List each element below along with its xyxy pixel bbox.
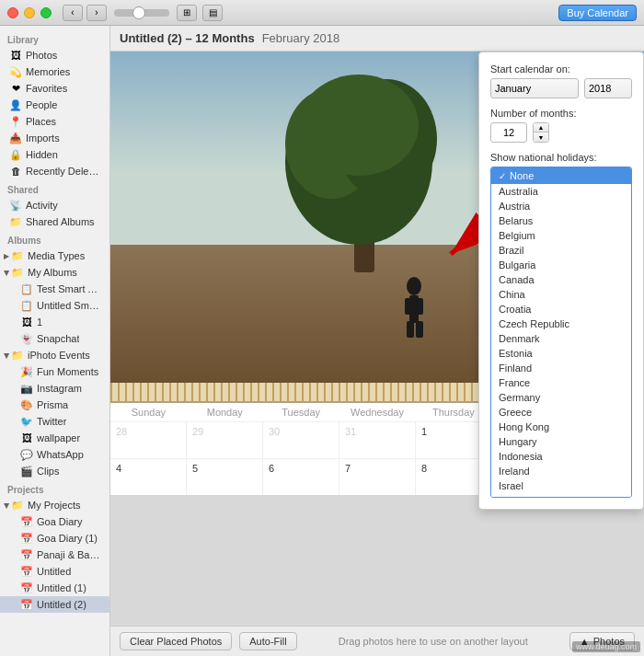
close-button[interactable] xyxy=(7,7,18,18)
fun-moments-icon: 🎉 xyxy=(20,365,33,378)
holiday-item-france[interactable]: France xyxy=(491,375,631,390)
holiday-item-australia[interactable]: Australia xyxy=(491,184,631,199)
sidebar-item-whatsapp[interactable]: 💬 WhatsApp xyxy=(0,446,109,463)
sidebar-item-test-smart[interactable]: 📋 Test Smart A... xyxy=(0,281,109,297)
sidebar-item-goa-diary-1[interactable]: 📅 Goa Diary (1) xyxy=(0,530,109,547)
panel-toggle-icon[interactable]: ▤ xyxy=(202,5,223,21)
sidebar-item-prisma[interactable]: 🎨 Prisma xyxy=(0,397,109,413)
cell-28: 28 xyxy=(110,422,187,458)
holiday-item-czech-republic[interactable]: Czech Republic xyxy=(491,316,631,331)
goa-diary-1-label: Goa Diary (1) xyxy=(37,533,98,544)
sidebar-item-favorites[interactable]: ❤ Favorites xyxy=(2,80,108,97)
day-header-sunday: Sunday xyxy=(110,407,187,418)
sidebar-group-my-projects[interactable]: ▶ 📁 My Projects xyxy=(0,497,109,513)
sidebar: Library 🖼 Photos 💫 Memories ❤ Favorites … xyxy=(0,26,110,656)
sidebar-item-untitled-2[interactable]: 📅 Untitled (2) xyxy=(0,596,109,613)
sidebar-item-photos[interactable]: 🖼 Photos xyxy=(2,47,108,63)
months-stepper-up[interactable]: ▲ xyxy=(534,123,548,132)
months-input[interactable] xyxy=(490,122,527,143)
clear-placed-photos-button[interactable]: Clear Placed Photos xyxy=(120,632,232,650)
holiday-item-china[interactable]: China xyxy=(491,287,631,302)
nav-buttons: ‹ › xyxy=(63,5,107,21)
sidebar-item-fun-moments[interactable]: 🎉 Fun Moments xyxy=(0,363,109,380)
cell-7: 7 xyxy=(339,459,416,495)
sidebar-item-activity[interactable]: 📡 Activity xyxy=(2,197,108,213)
year-select[interactable]: 2018 2019 xyxy=(584,78,632,98)
sidebar-group-my-albums[interactable]: ▶ 📁 My Albums xyxy=(0,264,109,281)
test-smart-label: Test Smart A... xyxy=(37,283,102,294)
sidebar-item-people[interactable]: 👤 People xyxy=(2,97,108,113)
goa-diary-1-icon: 📅 xyxy=(20,532,33,545)
sidebar-group-media-types[interactable]: ▶ 📁 Media Types xyxy=(0,247,109,264)
instagram-label: Instagram xyxy=(37,383,82,394)
sidebar-item-snapchat[interactable]: 👻 Snapchat xyxy=(0,330,109,347)
forward-button[interactable]: › xyxy=(86,5,107,21)
sidebar-item-recently-deleted[interactable]: 🗑 Recently Deleted xyxy=(2,163,108,179)
iphoto-arrow: ▶ xyxy=(3,352,11,358)
holiday-item-israel[interactable]: Israel xyxy=(491,478,631,493)
sidebar-item-untitled-1[interactable]: 📅 Untitled (1) xyxy=(0,580,109,596)
zoom-thumb[interactable] xyxy=(132,6,145,19)
holidays-selected-item[interactable]: ✓ None xyxy=(491,167,631,184)
holiday-item-finland[interactable]: Finland xyxy=(491,361,631,375)
holiday-item-indonesia[interactable]: Indonesia xyxy=(491,449,631,464)
sidebar-item-places[interactable]: 📍 Places xyxy=(2,113,108,130)
grid-view-icon[interactable]: ⊞ xyxy=(177,5,197,21)
buy-calendar-button[interactable]: Buy Calendar xyxy=(558,5,637,21)
people-icon: 👤 xyxy=(9,98,22,111)
app-body: Library 🖼 Photos 💫 Memories ❤ Favorites … xyxy=(0,26,644,656)
months-stepper-down[interactable]: ▼ xyxy=(534,132,548,142)
sidebar-item-instagram[interactable]: 📷 Instagram xyxy=(0,380,109,397)
auto-fill-button[interactable]: Auto-Fill xyxy=(239,632,296,650)
holiday-item-austria[interactable]: Austria xyxy=(491,199,631,213)
sidebar-item-imports-label: Imports xyxy=(26,132,60,144)
months-stepper[interactable]: ▲ ▼ xyxy=(533,122,549,143)
holiday-item-estonia[interactable]: Estonia xyxy=(491,346,631,361)
holiday-item-ireland[interactable]: Ireland xyxy=(491,464,631,478)
holiday-item-croatia[interactable]: Croatia xyxy=(491,302,631,316)
holiday-item-belgium[interactable]: Belgium xyxy=(491,228,631,243)
sidebar-item-twitter[interactable]: 🐦 Twitter xyxy=(0,413,109,430)
holiday-item-brazil[interactable]: Brazil xyxy=(491,243,631,258)
svg-point-7 xyxy=(299,75,419,176)
memories-icon: 💫 xyxy=(9,65,22,78)
sidebar-item-people-label: People xyxy=(26,99,57,110)
hidden-icon: 🔒 xyxy=(9,148,22,161)
wallpaper-icon: 🖼 xyxy=(20,432,33,444)
holiday-item-hong-kong[interactable]: Hong Kong xyxy=(491,420,631,434)
back-button[interactable]: ‹ xyxy=(63,5,83,21)
sidebar-item-untitled[interactable]: 📅 Untitled xyxy=(0,563,109,580)
sidebar-item-hidden[interactable]: 🔒 Hidden xyxy=(2,146,108,163)
holiday-item-denmark[interactable]: Denmark xyxy=(491,331,631,346)
minimize-button[interactable] xyxy=(24,7,35,18)
holiday-item-belarus[interactable]: Belarus xyxy=(491,213,631,228)
sidebar-item-panaji[interactable]: 📅 Panaji & Bard... xyxy=(0,547,109,563)
months-label: Number of months: xyxy=(490,108,632,119)
sidebar-item-untitled-sma[interactable]: 📋 Untitled Sma... xyxy=(0,297,109,314)
holiday-item-germany[interactable]: Germany xyxy=(491,390,631,405)
sidebar-item-shared-albums[interactable]: 📁 Shared Albums xyxy=(2,213,108,230)
sidebar-group-iphoto-events[interactable]: ▶ 📁 iPhoto Events xyxy=(0,347,109,363)
sidebar-item-1[interactable]: 🖼 1 xyxy=(0,314,109,330)
holiday-item-bulgaria[interactable]: Bulgaria xyxy=(491,258,631,272)
shared-section-label: Shared xyxy=(0,179,109,197)
activity-icon: 📡 xyxy=(9,199,22,212)
sidebar-item-imports[interactable]: 📥 Imports xyxy=(2,130,108,146)
sidebar-item-memories[interactable]: 💫 Memories xyxy=(2,63,108,80)
zoom-slider[interactable] xyxy=(114,9,169,17)
twitter-icon: 🐦 xyxy=(20,415,33,428)
holiday-item-italy[interactable]: Italy xyxy=(491,493,631,497)
holidays-list[interactable]: Australia Austria Belarus Belgium Brazil… xyxy=(491,184,631,497)
month-select[interactable]: January February March xyxy=(490,78,579,98)
holiday-item-greece[interactable]: Greece xyxy=(491,405,631,420)
untitled-1-label: Untitled (1) xyxy=(37,582,86,593)
sidebar-item-clips[interactable]: 🎬 Clips xyxy=(0,463,109,479)
sidebar-item-goa-diary[interactable]: 📅 Goa Diary xyxy=(0,513,109,530)
untitled-sma-icon: 📋 xyxy=(20,299,33,312)
holiday-item-canada[interactable]: Canada xyxy=(491,272,631,287)
untitled-label: Untitled xyxy=(37,566,71,577)
imports-icon: 📥 xyxy=(9,132,22,144)
holiday-item-hungary[interactable]: Hungary xyxy=(491,434,631,449)
sidebar-item-wallpaper[interactable]: 🖼 wallpaper xyxy=(0,430,109,446)
maximize-button[interactable] xyxy=(40,7,52,18)
